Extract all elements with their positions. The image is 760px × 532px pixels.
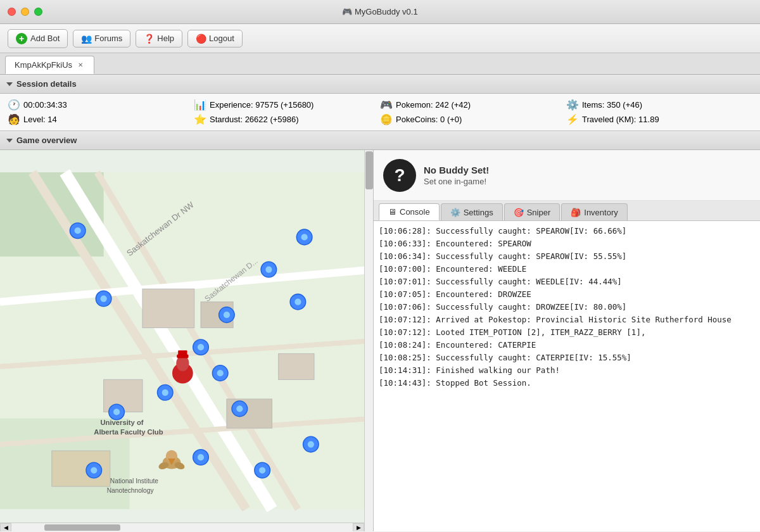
map-scroll-left-button[interactable]: ◀ [0, 523, 11, 532]
svg-point-44 [91, 467, 97, 473]
traveled-value: Traveled (KM): 11.89 [582, 115, 659, 124]
items-value: Items: 350 (+46) [582, 100, 642, 110]
svg-text:National Institute: National Institute [110, 478, 158, 484]
session-details-header[interactable]: Session details [0, 75, 760, 94]
session-details-label: Session details [16, 79, 77, 89]
close-button[interactable] [8, 8, 16, 16]
tab-sniper[interactable]: 🎯 Sniper [504, 203, 560, 220]
map-scroll-thumb [365, 151, 373, 189]
traveled-icon: ⚡ [566, 113, 579, 125]
logout-icon: 🔴 [196, 34, 206, 44]
session-tab[interactable]: KmpAkKpFkiUs ✕ [5, 56, 94, 74]
help-button[interactable]: ❓ Help [136, 30, 182, 48]
svg-point-28 [301, 234, 307, 240]
stats-panel: 🕐 00:00:34:33 📊 Experience: 97575 (+1568… [0, 94, 760, 131]
timer-stat: 🕐 00:00:34:33 [8, 99, 194, 111]
pokestop-12 [255, 462, 270, 478]
sniper-icon: 🎯 [514, 208, 524, 217]
pokecoins-value: PokeCoins: 0 (+0) [396, 115, 462, 124]
svg-point-26 [75, 227, 81, 234]
window-title: 🎮 MyGoBuddy v0.1 [342, 7, 417, 16]
tab-settings[interactable]: ⚙️ Settings [441, 203, 503, 220]
pokecoins-icon: 🪙 [380, 113, 393, 125]
map-horizontal-scrollbar[interactable]: ◀ ▶ [0, 522, 364, 531]
svg-point-36 [217, 370, 224, 376]
tab-close-icon[interactable]: ✕ [76, 61, 85, 70]
console-icon: 🖥 [388, 207, 396, 217]
stats-row-1: 🕐 00:00:34:33 📊 Experience: 97575 (+1568… [8, 99, 752, 111]
pokecoins-stat: 🪙 PokeCoins: 0 (+0) [380, 113, 566, 125]
svg-rect-14 [279, 353, 314, 379]
tab-label: KmpAkKpFkiUs [15, 60, 72, 70]
level-icon: 🧑 [8, 113, 20, 125]
buddy-sub-label: Set one in-game! [424, 177, 489, 186]
map-hscroll-track [13, 524, 352, 531]
svg-text:Nanotechnology: Nanotechnology [107, 487, 155, 494]
level-stat: 🧑 Level: 14 [8, 113, 194, 125]
svg-point-52 [294, 299, 301, 305]
svg-text:University of: University of [100, 419, 143, 426]
buddy-text: No Buddy Set! Set one in-game! [424, 165, 489, 186]
svg-point-54 [265, 266, 272, 272]
forums-icon: 👥 [81, 34, 91, 44]
map-hscroll-thumb [44, 524, 120, 531]
timer-value: 00:00:34:33 [23, 100, 67, 110]
map-scroll-right-button[interactable]: ▶ [353, 523, 364, 532]
map-background: Saskatchewan Dr NW Saskatchewan D... Uni… [0, 150, 373, 531]
maximize-button[interactable] [34, 8, 42, 16]
add-bot-label: Add Bot [30, 34, 60, 43]
pokemon-value: Pokemon: 242 (+42) [396, 100, 471, 110]
game-overview-label: Game overview [16, 136, 77, 145]
svg-point-42 [113, 408, 120, 415]
items-icon: ⚙️ [566, 99, 579, 111]
console-line: [10:07:06]: Successfully caught: DROWZEE… [379, 301, 755, 314]
svg-point-48 [259, 467, 265, 473]
forums-button[interactable]: 👥 Forums [73, 30, 130, 48]
pokestop-2 [296, 229, 312, 245]
pokestop-13 [303, 436, 319, 452]
buddy-avatar: ? [383, 159, 416, 192]
logout-button[interactable]: 🔴 Logout [187, 30, 243, 48]
pokestop-15 [261, 262, 277, 277]
traveled-stat: ⚡ Traveled (KM): 11.89 [566, 113, 752, 125]
forums-label: Forums [94, 34, 122, 43]
console-line: [10:06:34]: Successfully caught: SPEAROW… [379, 250, 755, 263]
svg-point-46 [198, 454, 204, 460]
items-stat: ⚙️ Items: 350 (+46) [566, 99, 752, 111]
buddy-question-mark: ? [394, 165, 405, 186]
pokestop-10 [86, 462, 102, 478]
pokestop-4 [219, 307, 235, 323]
map-area[interactable]: Saskatchewan Dr NW Saskatchewan D... Uni… [0, 150, 374, 531]
console-line: [10:06:33]: Encountered: SPEAROW [379, 238, 755, 250]
add-bot-button[interactable]: + Add Bot [8, 29, 68, 48]
window-controls [8, 8, 42, 16]
minimize-button[interactable] [21, 8, 29, 16]
pokestop-6 [212, 365, 228, 381]
console-output[interactable]: [10:06:28]: Successfully caught: SPEAROW… [374, 221, 760, 531]
console-line: [10:06:28]: Successfully caught: SPEAROW… [379, 225, 755, 238]
inventory-icon: 🎒 [571, 208, 581, 217]
add-icon: + [16, 33, 27, 44]
pokestop-14 [290, 294, 306, 310]
console-tabs: 🖥 Console ⚙️ Settings 🎯 Sniper 🎒 Invento… [374, 201, 760, 221]
inventory-tab-label: Inventory [584, 208, 618, 217]
console-line: [10:07:12]: Looted ITEM_POTION [2], ITEM… [379, 326, 755, 339]
tab-console[interactable]: 🖥 Console [379, 203, 440, 220]
clock-icon: 🕐 [8, 99, 20, 111]
level-value: Level: 14 [23, 115, 57, 124]
tab-inventory[interactable]: 🎒 Inventory [561, 203, 627, 220]
console-line: [10:08:25]: Successfully caught: CATERPI… [379, 352, 755, 364]
svg-point-38 [162, 390, 168, 396]
buddy-area: ? No Buddy Set! Set one in-game! [374, 150, 760, 201]
svg-rect-9 [142, 289, 194, 327]
map-svg: Saskatchewan Dr NW Saskatchewan D... Uni… [0, 150, 373, 531]
main-content: Saskatchewan Dr NW Saskatchewan D... Uni… [0, 150, 760, 531]
game-overview-header[interactable]: Game overview [0, 131, 760, 150]
collapse-icon [6, 82, 13, 86]
map-vertical-scrollbar[interactable] [364, 150, 373, 531]
console-line: [10:14:43]: Stopped Bot Session. [379, 377, 755, 390]
tab-bar: KmpAkKpFkiUs ✕ [0, 53, 760, 75]
console-line: [10:08:24]: Encountered: CATERPIE [379, 339, 755, 352]
pokemon-stat: 🎮 Pokemon: 242 (+42) [380, 99, 566, 111]
pokestop-7 [157, 385, 173, 401]
